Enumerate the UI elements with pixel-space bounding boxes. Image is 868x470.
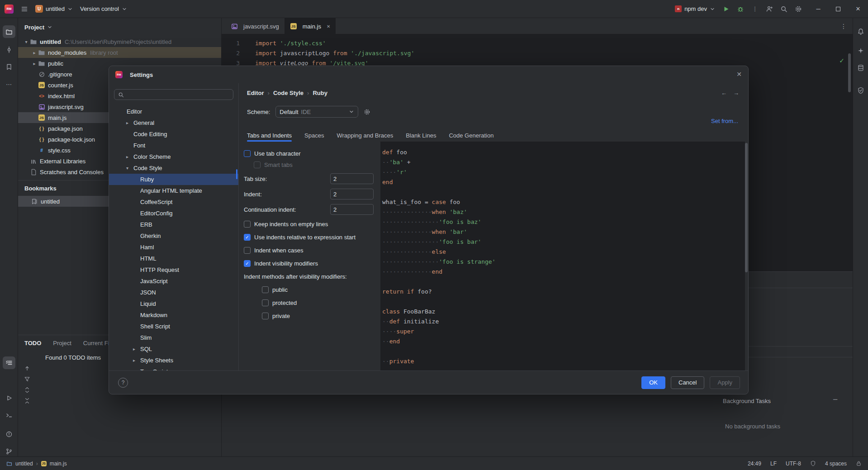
settings-tree-item[interactable]: Ruby bbox=[109, 174, 238, 185]
vcs-widget[interactable]: Version control bbox=[76, 2, 131, 16]
todo-tab[interactable]: TODO bbox=[24, 340, 41, 347]
settings-gear-button[interactable] bbox=[791, 2, 806, 16]
indents-relative-row[interactable]: Use indents relative to expression start bbox=[244, 232, 379, 243]
debug-button[interactable] bbox=[733, 2, 748, 16]
hide-panel-button[interactable]: ─ bbox=[833, 396, 837, 403]
dialog-scrollbar-thumb[interactable] bbox=[745, 143, 748, 272]
settings-tree-item[interactable]: Haml bbox=[109, 242, 238, 253]
git-tool-button[interactable] bbox=[3, 445, 15, 458]
inspections-ok-icon[interactable]: ✓ bbox=[839, 57, 844, 64]
problems-tool-button[interactable] bbox=[3, 428, 15, 441]
help-button[interactable]: ? bbox=[118, 378, 128, 388]
run-tool-button[interactable] bbox=[3, 392, 15, 404]
keep-indents-checkbox[interactable] bbox=[244, 221, 251, 228]
more-actions-button[interactable]: ⋮ bbox=[748, 2, 762, 16]
settings-tree-item[interactable]: Gherkin bbox=[109, 230, 238, 242]
dialog-close-button[interactable]: ✕ bbox=[736, 71, 742, 78]
code-with-me-button[interactable] bbox=[762, 2, 777, 16]
indent-widget[interactable]: 4 spaces bbox=[825, 461, 847, 467]
tab-tabs-and-indents[interactable]: Tabs and Indents bbox=[247, 129, 292, 141]
settings-search-input[interactable] bbox=[127, 91, 217, 98]
chevron-down-icon[interactable]: ▾ bbox=[23, 39, 30, 44]
run-config-selector[interactable]: n npm dev bbox=[671, 2, 719, 16]
indent-when-cases-checkbox[interactable] bbox=[244, 247, 251, 254]
collapse-all-button[interactable] bbox=[24, 398, 30, 404]
more-tools-button[interactable]: ⋯ bbox=[3, 78, 15, 90]
todo-tool-button[interactable] bbox=[3, 356, 15, 369]
indent-input[interactable] bbox=[330, 189, 374, 199]
statusbar-crumb-project[interactable]: untitled bbox=[15, 461, 33, 467]
apply-button[interactable]: Apply bbox=[710, 376, 740, 389]
settings-tree-item[interactable]: Liquid bbox=[109, 298, 238, 309]
set-from-link[interactable]: Set from... bbox=[711, 118, 738, 124]
cancel-button[interactable]: Cancel bbox=[671, 376, 704, 389]
chevron-right-icon[interactable]: ▸ bbox=[31, 50, 38, 55]
continuation-indent-input[interactable] bbox=[330, 204, 374, 215]
settings-tree-item[interactable]: HTTP Request bbox=[109, 264, 238, 275]
settings-tree-item[interactable]: Angular HTML template bbox=[109, 185, 238, 196]
coverage-button[interactable] bbox=[854, 84, 867, 97]
breadcrumb-item[interactable]: Code Style bbox=[273, 90, 304, 96]
expand-all-button[interactable] bbox=[24, 387, 30, 393]
settings-tree-item[interactable]: ERB bbox=[109, 219, 238, 230]
settings-tree-item[interactable]: Editor bbox=[109, 106, 238, 117]
editor-options-button[interactable]: ⋮ bbox=[839, 22, 848, 31]
smart-tabs-row[interactable]: Smart tabs bbox=[244, 159, 379, 171]
tab-close-icon[interactable]: ✕ bbox=[327, 24, 330, 29]
breadcrumb-item[interactable]: Ruby bbox=[313, 90, 327, 96]
filter-todo-button[interactable] bbox=[24, 376, 30, 382]
scheme-actions-button[interactable] bbox=[364, 109, 370, 115]
smart-tabs-checkbox[interactable] bbox=[254, 161, 261, 168]
tab-spaces[interactable]: Spaces bbox=[304, 129, 324, 141]
settings-tree-item[interactable]: HTML bbox=[109, 253, 238, 264]
indent-visibility-checkbox[interactable] bbox=[244, 260, 251, 267]
settings-tree-item[interactable]: CoffeeScript bbox=[109, 196, 238, 208]
editor-tab[interactable]: JSmain.js✕ bbox=[285, 18, 336, 34]
lock-icon[interactable] bbox=[856, 461, 862, 466]
scheme-select[interactable]: Default IDE bbox=[275, 106, 358, 118]
maximize-button[interactable] bbox=[828, 0, 848, 18]
settings-search-box[interactable] bbox=[114, 89, 233, 100]
commit-tool-button[interactable] bbox=[3, 43, 15, 56]
chevron-right-icon[interactable]: ▸ bbox=[133, 358, 140, 363]
main-menu-button[interactable] bbox=[17, 2, 32, 16]
settings-tree-item[interactable]: Code Editing bbox=[109, 128, 238, 140]
indent-when-cases-row[interactable]: Indent when cases bbox=[244, 245, 379, 256]
run-button[interactable] bbox=[719, 2, 733, 16]
terminal-tool-button[interactable] bbox=[3, 409, 15, 422]
database-button[interactable] bbox=[854, 62, 867, 74]
private-checkbox[interactable] bbox=[262, 313, 269, 319]
encoding-widget[interactable]: UTF-8 bbox=[786, 461, 801, 467]
tab-wrapping-and-braces[interactable]: Wrapping and Braces bbox=[337, 129, 393, 141]
settings-tree-item[interactable]: ▾Code Style bbox=[109, 162, 238, 174]
settings-tree-item[interactable]: EditorConfig bbox=[109, 208, 238, 219]
settings-tree-item[interactable]: JavaScript bbox=[109, 275, 238, 287]
search-everywhere-button[interactable] bbox=[777, 2, 791, 16]
settings-tree-item[interactable]: ▸Style Sheets bbox=[109, 355, 238, 366]
project-tree-item[interactable]: ▾untitledC:\Users\User\RubymineProjects\… bbox=[18, 36, 221, 47]
settings-tree-item[interactable]: Font bbox=[109, 140, 238, 151]
protected-checkbox[interactable] bbox=[262, 299, 269, 306]
settings-tree-item[interactable]: ▸Color Scheme bbox=[109, 151, 238, 162]
editor-tab[interactable]: javascript.svg bbox=[225, 18, 285, 34]
project-tree-item[interactable]: ▸node_moduleslibrary root bbox=[18, 47, 221, 58]
tab-size-input[interactable] bbox=[330, 173, 374, 184]
line-ending-widget[interactable]: LF bbox=[770, 461, 777, 467]
editor-scrollbar-thumb[interactable] bbox=[848, 53, 851, 92]
public-checkbox[interactable] bbox=[262, 286, 269, 293]
public-row[interactable]: public bbox=[244, 284, 379, 295]
settings-tree-item[interactable]: ▸General bbox=[109, 117, 238, 128]
tab-blank-lines[interactable]: Blank Lines bbox=[406, 129, 436, 141]
indent-visibility-row[interactable]: Indent visibility modifiers bbox=[244, 258, 379, 269]
settings-tree-item[interactable]: Shell Script bbox=[109, 321, 238, 332]
bookmarks-tool-button[interactable] bbox=[3, 61, 15, 73]
settings-tree-item[interactable]: Slim bbox=[109, 332, 238, 343]
project-tool-button[interactable] bbox=[3, 25, 15, 38]
close-button[interactable]: ✕ bbox=[848, 0, 868, 18]
chevron-right-icon[interactable]: ▸ bbox=[133, 347, 140, 351]
keep-indents-row[interactable]: Keep indents on empty lines bbox=[244, 218, 379, 230]
minimize-button[interactable]: ─ bbox=[808, 0, 828, 18]
chevron-down-icon[interactable]: ▾ bbox=[126, 166, 133, 171]
project-widget[interactable]: U untitled bbox=[32, 2, 76, 16]
notifications-button[interactable] bbox=[854, 25, 867, 38]
